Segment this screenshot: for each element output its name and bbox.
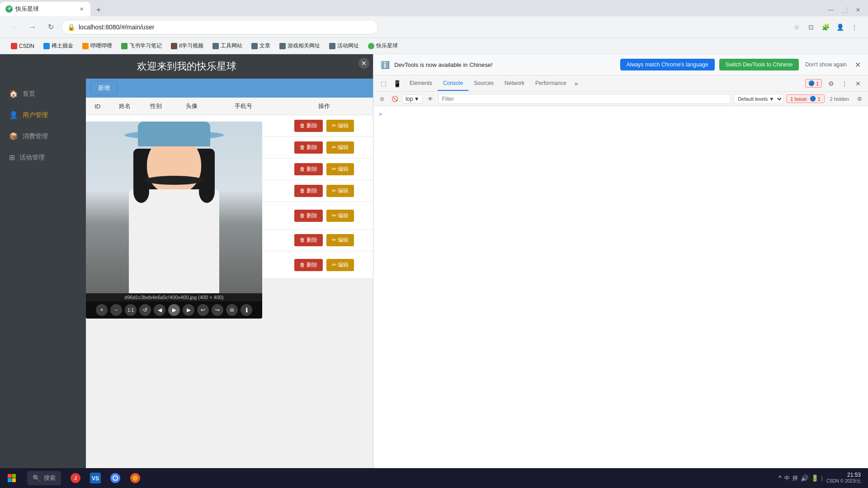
package-icon: 📦 bbox=[9, 132, 18, 141]
taskbar-firefox-icon[interactable] bbox=[126, 468, 144, 488]
battery-icon[interactable]: 🔋 bbox=[811, 474, 819, 482]
edit-button[interactable]: ✏ 编辑 bbox=[326, 141, 354, 154]
eye-btn[interactable]: 👁 bbox=[425, 94, 435, 104]
cast-icon[interactable]: ⊡ bbox=[805, 21, 817, 33]
taskbar-chrome-icon[interactable] bbox=[106, 468, 124, 488]
match-language-button[interactable]: Always match Chrome's language bbox=[620, 59, 715, 70]
bookmark-tools[interactable]: 工具网站 bbox=[209, 40, 246, 52]
reset-size-btn[interactable]: 1:1 bbox=[125, 304, 137, 316]
address-input[interactable]: 🔒 localhost:8080/#/main/user bbox=[61, 20, 378, 34]
play-btn[interactable]: ▶ bbox=[168, 304, 180, 316]
bookmark-it-video[interactable]: it学习视频 bbox=[167, 40, 207, 52]
bookmark-bilibili[interactable]: 哔哩哔哩 bbox=[79, 40, 116, 52]
sidebar-item-home[interactable]: 🏠 首页 bbox=[0, 83, 86, 104]
sidebar-item-activities[interactable]: ⊞ 活动管理 bbox=[0, 147, 86, 168]
bookmark-favicon bbox=[11, 43, 17, 49]
edit-button-5[interactable]: ✏ 编辑 bbox=[326, 210, 354, 222]
ime-pinyin-icon[interactable]: 拼 bbox=[793, 474, 798, 482]
tab-sources[interactable]: Sources bbox=[468, 76, 499, 91]
next-btn[interactable]: ▶ bbox=[183, 304, 194, 316]
bookmark-games[interactable]: 游戏相关网址 bbox=[276, 40, 324, 52]
inspect-element-btn[interactable]: ⬚ bbox=[377, 77, 390, 90]
bookmark-activities[interactable]: 活动网址 bbox=[326, 40, 363, 52]
tab-elements[interactable]: Elements bbox=[404, 76, 438, 91]
back-button[interactable]: ← bbox=[7, 20, 22, 34]
overlay-close-btn[interactable]: ✕ bbox=[359, 58, 369, 69]
edit-button-7[interactable]: ✏ 编辑 bbox=[326, 259, 354, 271]
stop-btn[interactable]: ⊘ bbox=[377, 94, 387, 104]
dont-show-again-button[interactable]: Don't show again bbox=[803, 59, 849, 70]
devtools-toolbar: ⬚ 📱 Elements Console Sources Network Per… bbox=[373, 75, 868, 92]
hidden-count[interactable]: 2 hidden bbox=[827, 95, 852, 103]
bookmark-star-icon[interactable]: ☆ bbox=[790, 21, 803, 33]
tab-network[interactable]: Network bbox=[499, 76, 530, 91]
minimize-btn[interactable]: ⊖ bbox=[226, 304, 238, 316]
bookmark-csdn[interactable]: CSDN bbox=[7, 41, 38, 51]
start-button[interactable] bbox=[0, 468, 24, 488]
delete-button-5[interactable]: 🗑 删除 bbox=[294, 210, 323, 222]
devtools-close-btn[interactable]: ✕ bbox=[852, 77, 864, 90]
taskbar-vs-icon[interactable]: VS bbox=[86, 468, 104, 488]
taskbar-app-icon[interactable]: J bbox=[66, 468, 85, 488]
rotate-ccw-btn[interactable]: ↺ bbox=[139, 304, 151, 316]
add-user-button[interactable]: 新增 bbox=[90, 81, 118, 95]
active-tab[interactable]: 🌍 快乐星球 ✕ bbox=[0, 2, 90, 16]
bookmark-feishu[interactable]: 飞书学习笔记 bbox=[118, 40, 165, 52]
delete-button[interactable]: 🗑 删除 bbox=[294, 120, 323, 132]
issue-badge[interactable]: 1 Issue: 🔵 1 bbox=[786, 94, 825, 103]
bookmark-juejin[interactable]: 稀土掘金 bbox=[40, 40, 77, 52]
close-button[interactable]: ✕ bbox=[852, 4, 864, 16]
device-toolbar-btn[interactable]: 📱 bbox=[391, 77, 403, 90]
bookmark-happy-planet[interactable]: 快乐星球 bbox=[364, 40, 401, 52]
tab-console[interactable]: Console bbox=[438, 76, 468, 91]
prev-btn[interactable]: ◀ bbox=[154, 304, 165, 316]
profile-icon[interactable]: 👤 bbox=[834, 21, 846, 33]
devtools-settings-btn[interactable]: ⚙ bbox=[825, 77, 837, 90]
top-selector[interactable]: top ▼ bbox=[402, 94, 423, 103]
taskbar-search[interactable]: 🔍 搜索 bbox=[27, 471, 61, 485]
flip-v-btn[interactable]: ↪ bbox=[212, 304, 223, 316]
close-tab-btn[interactable]: ✕ bbox=[78, 5, 85, 13]
delete-button[interactable]: 🗑 删除 bbox=[294, 185, 323, 197]
edit-button-6[interactable]: ✏ 编辑 bbox=[326, 234, 354, 246]
app-body: 🏠 首页 👤 用户管理 📦 消费管理 ⊞ 活动管理 bbox=[0, 79, 373, 488]
tab-performance[interactable]: Performance bbox=[530, 76, 572, 91]
more-tabs-btn[interactable]: » bbox=[572, 80, 581, 87]
volume-icon[interactable]: 🔊 bbox=[801, 474, 808, 482]
minimize-button[interactable]: — bbox=[825, 4, 837, 16]
taskbar-clock[interactable]: 21:53 CSDN © 2023/元 bbox=[826, 472, 861, 484]
sidebar-item-users[interactable]: 👤 用户管理 bbox=[0, 104, 86, 126]
log-level-select[interactable]: Default levels ▼ bbox=[734, 94, 783, 104]
delete-button-6[interactable]: 🗑 删除 bbox=[294, 234, 323, 246]
edit-button[interactable]: ✏ 编辑 bbox=[326, 185, 354, 197]
console-chevron[interactable]: > bbox=[377, 109, 384, 119]
edit-button[interactable]: ✏ 编辑 bbox=[326, 163, 354, 175]
ime-icon[interactable]: 中 bbox=[784, 474, 790, 482]
zoom-in-btn[interactable]: + bbox=[96, 304, 108, 316]
delete-button[interactable]: 🗑 删除 bbox=[294, 141, 323, 154]
reload-button[interactable]: ↻ bbox=[43, 20, 58, 34]
flip-h-btn[interactable]: ↩ bbox=[197, 304, 209, 316]
issue-count-badge[interactable]: 🔵 1 bbox=[805, 79, 822, 88]
chevron-up-icon[interactable]: ^ bbox=[778, 474, 782, 482]
edit-button[interactable]: ✏ 编辑 bbox=[326, 120, 354, 132]
extension-icon[interactable]: 🧩 bbox=[819, 21, 832, 33]
devtools-menu-btn[interactable]: ⋮ bbox=[838, 77, 851, 90]
sidebar-item-consumption[interactable]: 📦 消费管理 bbox=[0, 126, 86, 147]
console-settings-btn[interactable]: ⚙ bbox=[854, 94, 864, 104]
delete-button-7[interactable]: 🗑 删除 bbox=[294, 259, 323, 271]
home-icon: 🏠 bbox=[9, 89, 18, 98]
zoom-out-btn[interactable]: − bbox=[110, 304, 122, 316]
maximize-button[interactable]: ⬜ bbox=[838, 4, 851, 16]
bookmark-articles[interactable]: 文章 bbox=[248, 40, 274, 52]
lock-icon: 🔒 bbox=[67, 23, 75, 31]
filter-input[interactable] bbox=[438, 94, 731, 104]
menu-icon[interactable]: ⋮ bbox=[848, 21, 861, 33]
clear-console-btn[interactable]: 🚫 bbox=[390, 94, 400, 104]
new-tab-button[interactable]: + bbox=[92, 4, 105, 16]
notification-close-btn[interactable]: ✕ bbox=[855, 61, 861, 69]
delete-button[interactable]: 🗑 删除 bbox=[294, 163, 323, 175]
switch-chinese-button[interactable]: Switch DevTools to Chinese bbox=[719, 59, 799, 70]
forward-button[interactable]: → bbox=[25, 20, 40, 34]
info-btn[interactable]: ℹ bbox=[241, 304, 252, 316]
